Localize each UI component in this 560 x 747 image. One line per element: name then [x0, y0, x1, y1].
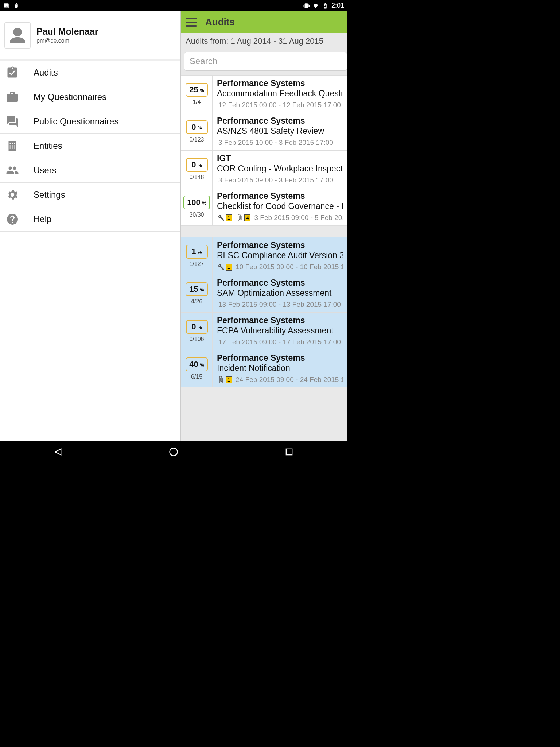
page-title: Audits — [205, 16, 235, 28]
progress-ratio: 1/4 — [192, 99, 201, 105]
progress-cell: 40 %6/15 — [181, 350, 213, 387]
recents-button[interactable] — [284, 447, 294, 457]
audit-card[interactable]: 40 %6/15Performance SystemsIncident Noti… — [181, 350, 347, 387]
percent-badge: 40 % — [186, 357, 208, 371]
audit-body: Performance SystemsChecklist for Good Go… — [213, 188, 347, 225]
percent-badge: 100 % — [183, 196, 210, 209]
audit-card[interactable]: 1 %1/127Performance SystemsRLSC Complian… — [181, 237, 347, 275]
audit-card[interactable]: 25 %1/4Performance SystemsAccommodation … — [181, 75, 347, 113]
back-button[interactable] — [53, 447, 63, 457]
audit-list[interactable]: 25 %1/4Performance SystemsAccommodation … — [181, 73, 347, 441]
attachment-count: 4 — [236, 214, 250, 222]
progress-ratio: 0/123 — [189, 136, 204, 143]
audit-date: 3 Feb 2015 09:00 - 3 Feb 2015 17:00 — [217, 176, 343, 184]
progress-ratio: 4/26 — [191, 298, 202, 305]
android-navbar — [0, 441, 347, 462]
android-statusbar: 2:01 — [0, 0, 347, 11]
nav-entities[interactable]: Entities — [0, 134, 180, 158]
progress-ratio: 0/106 — [189, 336, 204, 342]
forum-icon — [6, 115, 19, 128]
audit-card[interactable]: 15 %4/26Performance SystemsSAM Optimizat… — [181, 275, 347, 312]
percent-badge: 0 % — [186, 320, 208, 334]
nav-public-questionnaires[interactable]: Public Questionnaires — [0, 109, 180, 134]
percent-badge: 15 % — [186, 282, 208, 296]
audit-card[interactable]: 0 %0/106Performance SystemsFCPA Vulnerab… — [181, 312, 347, 350]
progress-ratio: 6/15 — [191, 374, 202, 380]
nav-my-questionnaires[interactable]: My Questionnaires — [0, 85, 180, 109]
svg-point-1 — [170, 448, 177, 456]
audit-date: 12 Feb 2015 09:00 - 12 Feb 2015 17:00 — [217, 101, 343, 109]
audit-title: SAM Optimization Assessment — [217, 288, 343, 298]
percent-badge: 25 % — [186, 83, 208, 97]
attachment-count: 1 — [217, 376, 232, 384]
audit-footer: 110 Feb 2015 09:00 - 10 Feb 2015 17:00 — [217, 263, 343, 271]
audit-title: Incident Notification — [217, 363, 343, 373]
audit-title: FCPA Vulnerability Assessment — [217, 326, 343, 336]
audit-org: Performance Systems — [217, 353, 343, 363]
percent-badge: 0 % — [186, 158, 208, 172]
date-range-label: Audits from: 1 Aug 2014 - 31 Aug 2015 — [181, 33, 347, 50]
nav-users[interactable]: Users — [0, 158, 180, 183]
image-icon — [3, 3, 9, 9]
search-box[interactable] — [184, 52, 347, 71]
building-icon — [6, 139, 19, 152]
nav-label: Audits — [34, 67, 58, 78]
audit-card[interactable]: 0 %0/148IGTCOR Cooling - Workplace Inspe… — [181, 150, 347, 188]
search-input[interactable] — [190, 56, 342, 66]
nav-label: Users — [34, 165, 57, 175]
progress-ratio: 30/30 — [189, 212, 204, 218]
hamburger-icon[interactable] — [186, 18, 197, 27]
audit-date: 24 Feb 2015 09:00 - 24 Feb 2015 17:00 — [236, 376, 343, 384]
action-count: 1 — [217, 214, 232, 222]
profile-name: Paul Molenaar — [36, 26, 98, 37]
audit-body: Performance SystemsFCPA Vulnerability As… — [213, 313, 347, 350]
progress-cell: 0 %0/106 — [181, 313, 213, 350]
main-header: Audits — [181, 11, 347, 33]
progress-cell: 15 %4/26 — [181, 275, 213, 312]
audit-body: Performance SystemsAS/NZS 4801 Safety Re… — [213, 113, 347, 150]
svg-point-0 — [13, 28, 22, 36]
audit-title: Checklist for Good Governance - Non-Prof… — [217, 201, 343, 211]
svg-rect-2 — [286, 449, 292, 455]
audit-body: Performance SystemsIncident Notification… — [213, 350, 347, 387]
audit-date: 13 Feb 2015 09:00 - 13 Feb 2015 17:00 — [217, 301, 343, 309]
gear-icon — [6, 188, 19, 201]
audit-card[interactable]: 100 %30/30Performance SystemsChecklist f… — [181, 188, 347, 225]
audit-body: IGTCOR Cooling - Workplace Inspection3 F… — [213, 151, 347, 188]
percent-badge: 1 % — [186, 245, 208, 259]
wifi-icon — [312, 3, 319, 9]
audit-body: Performance SystemsAccommodation Feedbac… — [213, 76, 347, 113]
progress-cell: 0 %0/123 — [181, 113, 213, 150]
nav-help[interactable]: Help — [0, 207, 180, 232]
audit-body: Performance SystemsRLSC Compliance Audit… — [213, 237, 347, 275]
audit-org: IGT — [217, 154, 343, 163]
nav-settings[interactable]: Settings — [0, 183, 180, 207]
audit-body: Performance SystemsSAM Optimization Asse… — [213, 275, 347, 312]
audit-org: Performance Systems — [217, 240, 343, 250]
home-button[interactable] — [168, 447, 179, 457]
profile-email: pm@ce.com — [36, 38, 98, 44]
progress-cell: 1 %1/127 — [181, 237, 213, 275]
nav-label: Entities — [34, 141, 62, 151]
nav-audits[interactable]: Audits — [0, 61, 180, 85]
action-count: 1 — [217, 263, 232, 271]
avatar — [4, 22, 31, 49]
audit-org: Performance Systems — [217, 316, 343, 325]
audit-title: RLSC Compliance Audit Version 3.0 — [217, 251, 343, 260]
progress-ratio: 1/127 — [189, 261, 204, 267]
audit-org: Performance Systems — [217, 191, 343, 201]
audit-title: AS/NZS 4801 Safety Review — [217, 126, 343, 136]
audit-date: 3 Feb 2015 10:00 - 3 Feb 2015 17:00 — [217, 139, 343, 147]
audit-date: 17 Feb 2015 09:00 - 17 Feb 2015 17:00 — [217, 338, 343, 346]
profile-header[interactable]: Paul Molenaar pm@ce.com — [0, 11, 180, 61]
audit-title: Accommodation Feedback Questionnaire — [217, 89, 343, 98]
main-panel: Audits Audits from: 1 Aug 2014 - 31 Aug … — [181, 11, 347, 441]
progress-cell: 100 %30/30 — [181, 188, 213, 225]
help-icon — [6, 213, 19, 226]
progress-cell: 25 %1/4 — [181, 76, 213, 113]
percent-badge: 0 % — [186, 120, 208, 134]
progress-ratio: 0/148 — [189, 174, 204, 181]
android-debug-icon — [13, 3, 20, 9]
clipboard-check-icon — [6, 66, 19, 79]
audit-card[interactable]: 0 %0/123Performance SystemsAS/NZS 4801 S… — [181, 113, 347, 150]
